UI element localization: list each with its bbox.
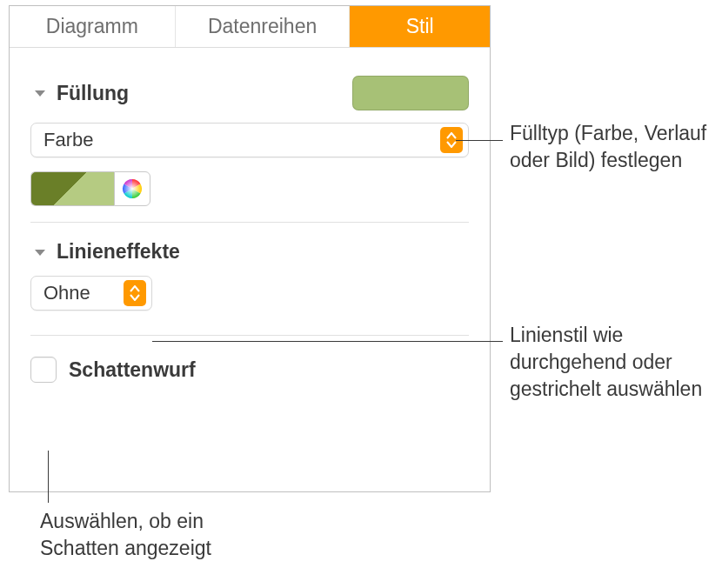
color-wheel-icon xyxy=(122,178,143,199)
style-body: Füllung Farbe xyxy=(10,48,490,383)
shadow-label: Schattenwurf xyxy=(69,358,196,382)
dropdown-arrows-icon xyxy=(124,280,146,306)
format-inspector-panel: Diagramm Datenreihen Stil Füllung Farbe xyxy=(9,5,491,492)
callout-shadow-check: Auswählen, ob ein Schatten angezeigt xyxy=(40,508,266,562)
divider xyxy=(30,335,469,336)
tab-diagram[interactable]: Diagramm xyxy=(10,6,176,47)
fill-gradient-well[interactable] xyxy=(30,171,114,206)
inspector-tabbar: Diagramm Datenreihen Stil xyxy=(10,6,490,48)
callout-line xyxy=(48,451,49,503)
shadow-checkbox[interactable] xyxy=(30,357,57,383)
line-disclosure-icon[interactable] xyxy=(30,243,50,262)
divider xyxy=(30,222,469,223)
line-style-popup[interactable]: Ohne xyxy=(30,276,152,311)
line-style-label: Ohne xyxy=(43,282,90,304)
callout-line xyxy=(456,140,503,141)
tab-style[interactable]: Stil xyxy=(350,6,490,47)
callout-line xyxy=(152,341,503,342)
fill-section-header: Füllung xyxy=(30,76,469,110)
line-effects-section-header: Linieneffekte xyxy=(30,240,469,264)
fill-color-row xyxy=(30,171,469,206)
fill-title: Füllung xyxy=(57,82,129,105)
tab-data-series[interactable]: Datenreihen xyxy=(176,6,351,47)
fill-type-label: Farbe xyxy=(43,129,93,151)
fill-color-swatch[interactable] xyxy=(352,76,469,110)
fill-disclosure-icon[interactable] xyxy=(30,84,50,103)
svg-point-0 xyxy=(123,179,142,198)
color-picker-button[interactable] xyxy=(114,171,150,206)
callout-line-style: Linienstil wie durchgehend oder gestrich… xyxy=(510,322,715,403)
callout-fill-type: Fülltyp (Farbe, Verlauf oder Bild) festl… xyxy=(510,120,710,174)
line-effects-title: Linieneffekte xyxy=(57,240,180,264)
shadow-row: Schattenwurf xyxy=(30,357,469,383)
fill-type-popup[interactable]: Farbe xyxy=(30,123,469,157)
